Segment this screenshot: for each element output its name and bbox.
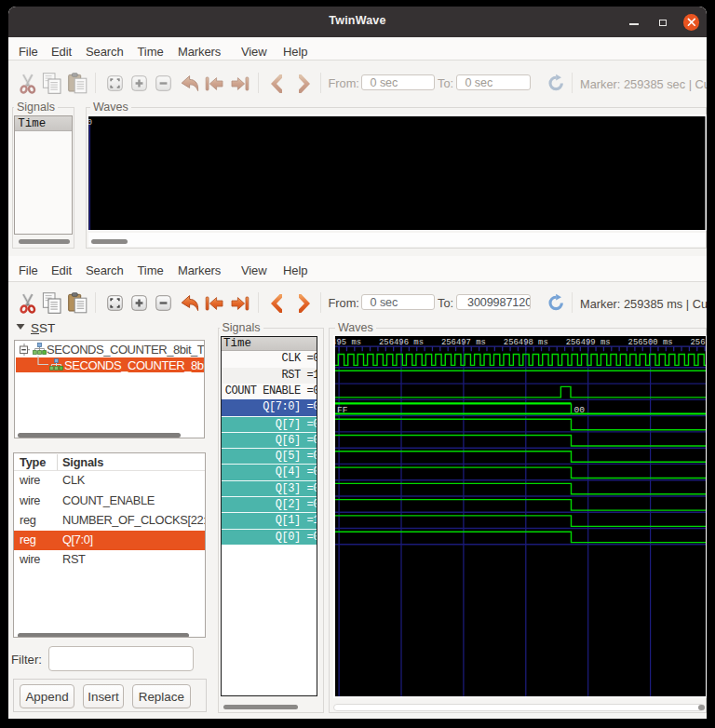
svg-text:256499 ms: 256499 ms [565, 337, 610, 347]
svg-text:256496 ms: 256496 ms [379, 337, 424, 347]
svg-text:FF: FF [337, 405, 348, 415]
svg-text:256497 ms: 256497 ms [440, 337, 485, 347]
svg-text:256501 ms: 256501 ms [690, 337, 706, 347]
svg-text:256495 ms: 256495 ms [335, 337, 361, 347]
svg-text:256498 ms: 256498 ms [503, 337, 547, 347]
svg-text:256500 ms: 256500 ms [627, 337, 672, 347]
svg-text:00: 00 [573, 405, 585, 415]
svg-text:0: 0 [88, 116, 92, 127]
